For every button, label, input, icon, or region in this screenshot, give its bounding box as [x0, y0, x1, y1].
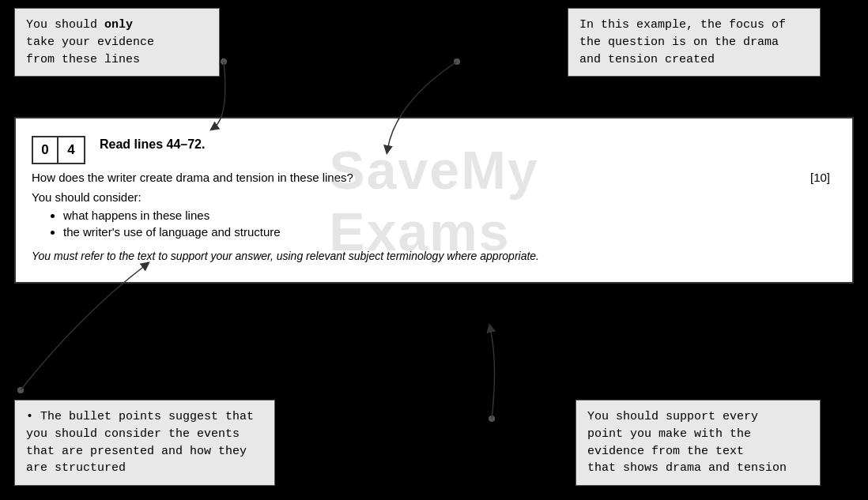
number-cell-0: 0 — [33, 137, 58, 163]
callout-top-left-bold: only — [104, 18, 133, 32]
callout-top-left: You should onlytake your evidencefrom th… — [14, 8, 220, 77]
bullet-item-2: the writer's use of language and structu… — [63, 225, 830, 239]
page: You should onlytake your evidencefrom th… — [0, 0, 868, 500]
question-text-row: How does the writer create drama and ten… — [32, 171, 830, 184]
bullet-item-1: what happens in these lines — [63, 209, 830, 222]
svg-point-3 — [489, 415, 495, 422]
callout-bottom-left-dot: • — [26, 410, 40, 423]
question-box: SaveMy Exams 0 4 Read lines 44–72. How d… — [14, 117, 854, 284]
marks: [10] — [810, 171, 830, 184]
svg-point-1 — [454, 58, 460, 65]
bullet-list: what happens in these lines the writer's… — [32, 209, 830, 239]
callout-bottom-left-text: The bullet points suggest that you shoul… — [26, 410, 254, 475]
svg-point-0 — [221, 58, 227, 65]
callout-bottom-right-text: You should support everypoint you make w… — [587, 410, 787, 475]
callout-top-right-text: In this example, the focus ofthe questio… — [579, 18, 786, 66]
number-cell-4: 4 — [58, 137, 84, 163]
svg-point-2 — [17, 387, 24, 393]
question-number: 0 4 — [32, 136, 85, 164]
italic-note: You must refer to the text to support yo… — [32, 248, 830, 265]
callout-bottom-left: • The bullet points suggest that you sho… — [14, 400, 275, 486]
consider-label: You should consider: — [32, 190, 830, 204]
callout-top-right: In this example, the focus ofthe questio… — [568, 8, 821, 77]
callout-bottom-right: You should support everypoint you make w… — [576, 400, 821, 486]
question-header: 0 4 Read lines 44–72. — [32, 136, 830, 164]
callout-top-left-text-before: You should — [26, 18, 104, 32]
question-main-text: How does the writer create drama and ten… — [32, 171, 353, 184]
question-title: Read lines 44–72. — [100, 136, 830, 153]
